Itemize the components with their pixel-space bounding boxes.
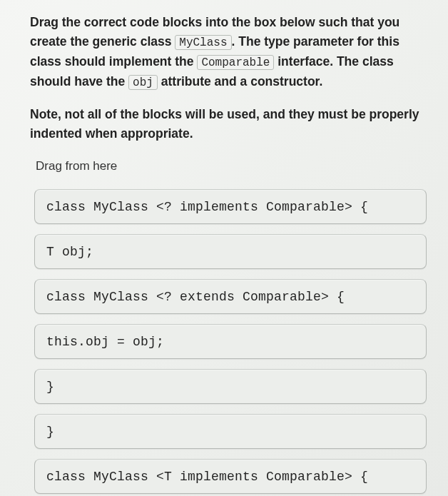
inline-code-obj: obj: [128, 75, 158, 90]
inline-code-myclass: MyClass: [175, 35, 231, 50]
instructions-text-d: attribute and a constructor.: [158, 74, 322, 88]
code-block[interactable]: this.obj = obj;: [34, 324, 427, 359]
code-block[interactable]: class MyClass <? extends Comparable> {: [34, 279, 427, 314]
code-block[interactable]: class MyClass <? implements Comparable> …: [34, 189, 427, 224]
inline-code-comparable: Comparable: [197, 55, 274, 70]
drag-from-here-label: Drag from here: [36, 159, 428, 173]
code-blocks-source: class MyClass <? implements Comparable> …: [30, 189, 428, 494]
instructions-paragraph: Drag the correct code blocks into the bo…: [30, 13, 428, 92]
code-block[interactable]: }: [34, 414, 427, 449]
note-paragraph: Note, not all of the blocks will be used…: [30, 105, 428, 143]
code-block[interactable]: }: [34, 369, 427, 404]
code-block[interactable]: T obj;: [34, 234, 427, 269]
code-block[interactable]: class MyClass <T implements Comparable> …: [34, 459, 427, 494]
